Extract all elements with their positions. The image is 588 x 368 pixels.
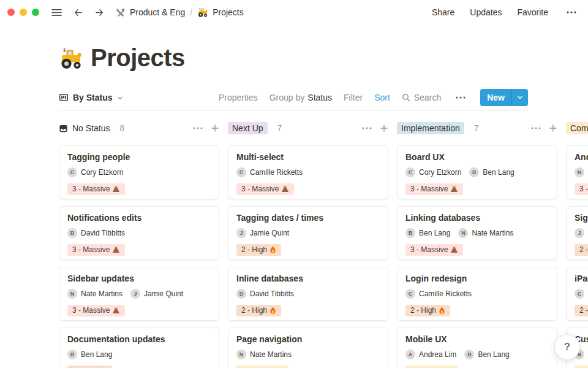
priority-badge: 1- Normal: [236, 366, 288, 368]
priority-badge: 2 -: [575, 305, 588, 316]
card-badge-row: 1- Normal: [405, 365, 549, 368]
card-title: Sidebar updates: [67, 274, 211, 283]
card-badge-row: 2 -: [575, 304, 588, 316]
updates-button[interactable]: Updates: [470, 7, 502, 17]
column-title: Implementation7: [397, 122, 479, 134]
sort-button[interactable]: Sort: [374, 93, 390, 102]
column-label[interactable]: Com: [566, 122, 588, 134]
breadcrumb-separator: /: [190, 7, 192, 17]
priority-badge: 3 - Massive: [67, 183, 125, 195]
person: JJamie Quint: [130, 289, 183, 299]
new-chevron-down-icon[interactable]: [511, 89, 528, 106]
avatar: J: [236, 228, 246, 238]
column-header: Implementation7: [397, 121, 557, 136]
breadcrumb-workspace[interactable]: Product & Eng: [116, 7, 185, 17]
properties-button[interactable]: Properties: [219, 93, 258, 102]
back-icon[interactable]: [69, 7, 86, 18]
board-card[interactable]: Documentation updatesBBen Lang2 - High: [59, 328, 219, 368]
board-card[interactable]: iPadCC2 -: [566, 267, 588, 321]
person-name: David Tibbitts: [81, 229, 125, 237]
toolbar-more-icon[interactable]: [453, 95, 469, 100]
person-name: Jamie Quint: [250, 229, 289, 237]
board-card[interactable]: Page navigationNNate Martins1- Normal: [228, 328, 388, 368]
avatar: A: [405, 350, 415, 359]
card-people: BBen Lang: [67, 350, 211, 359]
filter-button[interactable]: Filter: [344, 93, 363, 102]
column-add-icon[interactable]: [549, 124, 557, 132]
card-badge-row: 3 - Massive: [67, 243, 211, 256]
column-actions: [362, 124, 388, 132]
board-card[interactable]: Multi-selectCCamille Ricketts3 - Massive: [228, 145, 388, 199]
sidebar-menu-icon[interactable]: [48, 7, 66, 18]
column-more-icon[interactable]: [531, 127, 541, 129]
card-title: Board UX: [405, 152, 549, 162]
help-button[interactable]: ?: [554, 334, 580, 360]
breadcrumb-page-label: Projects: [213, 7, 244, 17]
person: DDavid Tibbitts: [67, 228, 125, 238]
card-badge-row: 3 - Massive: [236, 183, 380, 195]
person-name: Nate Martins: [250, 350, 292, 359]
column-more-icon[interactable]: [362, 127, 372, 129]
board-card[interactable]: AndNN3 -: [566, 145, 588, 199]
board-card[interactable]: Login redesignCCamille Ricketts2 - High: [397, 267, 557, 321]
card-title: Multi-select: [236, 152, 380, 162]
fire-icon: [270, 246, 276, 254]
share-button[interactable]: Share: [432, 7, 454, 17]
card-badge-row: 1- Normal: [236, 365, 380, 368]
board-card[interactable]: Mobile UXAAndrea LimBBen Lang1- Normal: [397, 328, 557, 368]
board-view-icon: [59, 93, 69, 102]
board-card[interactable]: Notifications editsDDavid Tibbitts3 - Ma…: [59, 206, 219, 260]
chevron-down-icon: [117, 95, 123, 101]
column-label[interactable]: Next Up: [228, 122, 268, 134]
priority-badge-text: 3 -: [579, 185, 588, 193]
column-title: Next Up7: [228, 122, 282, 134]
person-name: Nate Martins: [81, 289, 123, 298]
priority-badge: 2 - High: [236, 305, 281, 316]
card-people: BBen LangNNate Martins: [405, 228, 549, 238]
board: No Status8Tagging peopleCCory Etzkorn3 -…: [59, 121, 588, 368]
person-name: Camille Ricketts: [250, 168, 303, 177]
card-people: DDavid Tibbitts: [67, 228, 211, 238]
no-status-icon: [59, 124, 68, 133]
new-button-label[interactable]: New: [480, 89, 511, 106]
column-label[interactable]: No Status: [72, 122, 110, 134]
column-label[interactable]: Implementation: [397, 122, 464, 134]
view-selector-label: By Status: [73, 93, 113, 102]
board-card[interactable]: Inline databasesDDavid Tibbitts2 - High: [228, 267, 388, 321]
person: CCamille Ricketts: [405, 289, 472, 299]
person: BBen Lang: [67, 350, 112, 359]
card-people: CCory Etzkorn: [67, 167, 211, 177]
column-add-icon[interactable]: [380, 124, 388, 132]
search-button[interactable]: Search: [402, 93, 441, 102]
board-card[interactable]: Tagging dates / timesJJamie Quint2 - Hig…: [228, 206, 388, 260]
zoom-button[interactable]: [32, 9, 39, 16]
close-button[interactable]: [7, 9, 15, 16]
board-card[interactable]: Sidebar updatesNNate MartinsJJamie Quint…: [59, 267, 219, 321]
forward-icon[interactable]: [92, 7, 108, 18]
board-card[interactable]: Linking databasesBBen LangNNate Martins3…: [397, 206, 557, 260]
card-title: Documentation updates: [67, 334, 211, 344]
new-button[interactable]: New: [480, 89, 528, 106]
card-people: CCamille Ricketts: [236, 167, 380, 177]
avatar: D: [67, 228, 77, 238]
tractor-icon: [59, 46, 83, 71]
view-selector[interactable]: By Status: [59, 93, 123, 102]
card-title: Sign: [575, 213, 588, 223]
minimize-button[interactable]: [20, 9, 27, 16]
fire-icon: [270, 307, 276, 315]
column-more-icon[interactable]: [193, 127, 203, 129]
person-name: Nate Martins: [472, 229, 513, 237]
group-by-button[interactable]: Group by Status: [270, 93, 332, 102]
column-add-icon[interactable]: [211, 124, 219, 132]
favorite-button[interactable]: Favorite: [517, 7, 548, 17]
volcano-icon: [281, 185, 289, 193]
column-header: No Status8: [59, 121, 219, 136]
more-icon[interactable]: [564, 10, 579, 15]
breadcrumb-page[interactable]: Projects: [197, 7, 244, 18]
board-card[interactable]: Tagging peopleCCory Etzkorn3 - Massive: [59, 145, 219, 199]
person: CC: [575, 289, 588, 299]
priority-badge: 2 - High: [67, 366, 112, 368]
board-card[interactable]: Board UXCCory EtzkornBBen Lang3 - Massiv…: [397, 145, 557, 199]
board-card[interactable]: SignJJ2 -: [566, 206, 588, 260]
card-title: Linking databases: [405, 213, 549, 223]
